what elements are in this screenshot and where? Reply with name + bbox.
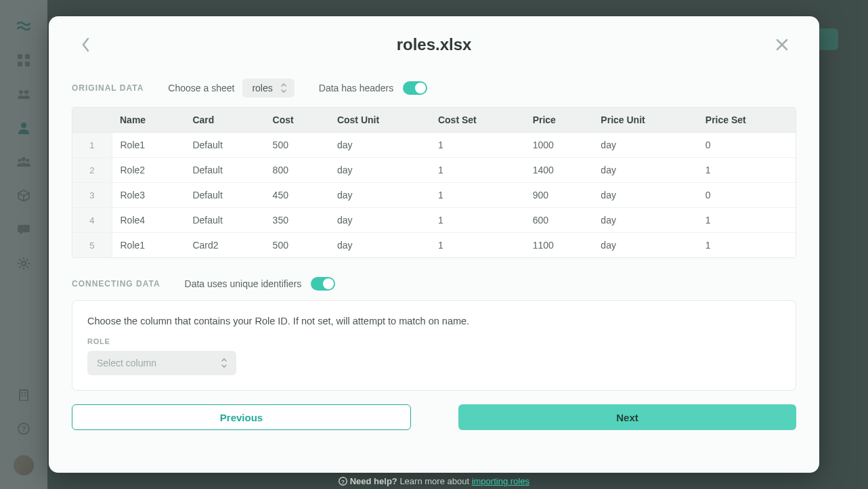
data-table: NameCardCostCost UnitCost SetPricePrice … bbox=[72, 107, 796, 258]
previous-button[interactable]: Previous bbox=[72, 404, 411, 430]
help-prefix: Need help? bbox=[350, 476, 397, 486]
role-id-panel: Choose the column that contains your Rol… bbox=[72, 300, 796, 391]
table-cell: 1 bbox=[430, 233, 525, 258]
table-cell: Default bbox=[184, 133, 264, 158]
section-label-connecting: CONNECTING DATA bbox=[72, 279, 160, 289]
table-row: 2Role2Default800day11400day1 bbox=[72, 158, 796, 183]
role-column-select[interactable]: Select column bbox=[87, 351, 236, 375]
rownum-header bbox=[72, 108, 112, 133]
help-bar: ? Need help? Learn more about importing … bbox=[0, 476, 868, 486]
help-text: Learn more about bbox=[397, 476, 472, 486]
modal-footer: Previous Next bbox=[72, 404, 796, 430]
table-cell: day bbox=[592, 158, 697, 183]
table-cell: 450 bbox=[265, 183, 329, 208]
column-header: Price Set bbox=[697, 108, 796, 133]
table-cell: 350 bbox=[265, 208, 329, 233]
table-cell: 1 bbox=[697, 233, 796, 258]
table-cell: Role2 bbox=[112, 158, 184, 183]
modal-header: roles.xlsx bbox=[72, 16, 796, 73]
unique-ids-toggle[interactable] bbox=[311, 277, 335, 291]
row-number: 2 bbox=[72, 158, 112, 183]
table-cell: 1 bbox=[697, 158, 796, 183]
headers-toggle[interactable] bbox=[403, 81, 427, 95]
table-cell: day bbox=[329, 183, 430, 208]
table-cell: 800 bbox=[265, 158, 329, 183]
table-cell: Role1 bbox=[112, 233, 184, 258]
table-row: 4Role4Default350day1600day1 bbox=[72, 208, 796, 233]
svg-text:?: ? bbox=[341, 479, 345, 485]
column-header: Price bbox=[525, 108, 593, 133]
table-cell: Default bbox=[184, 158, 264, 183]
table-cell: day bbox=[329, 233, 430, 258]
column-header: Cost Unit bbox=[329, 108, 430, 133]
next-button[interactable]: Next bbox=[458, 404, 796, 430]
choose-sheet-label: Choose a sheet bbox=[168, 83, 234, 93]
sheet-select[interactable]: roles bbox=[242, 79, 294, 98]
table-cell: 1000 bbox=[525, 133, 593, 158]
table-cell: Default bbox=[184, 183, 264, 208]
modal-title: roles.xlsx bbox=[397, 35, 472, 54]
table-cell: 1 bbox=[430, 183, 525, 208]
column-header: Cost Set bbox=[430, 108, 525, 133]
column-header: Name bbox=[112, 108, 184, 133]
table-cell: 1 bbox=[430, 208, 525, 233]
table-cell: 0 bbox=[697, 183, 796, 208]
sheet-select-value: roles bbox=[252, 83, 272, 93]
role-field-label: ROLE bbox=[87, 337, 781, 345]
table-row: 5Role1Card2500day11100day1 bbox=[72, 233, 796, 258]
table-cell: day bbox=[592, 183, 697, 208]
role-id-hint: Choose the column that contains your Rol… bbox=[87, 316, 781, 326]
help-circle-icon: ? bbox=[339, 477, 347, 486]
table-row: 3Role3Default450day1900day0 bbox=[72, 183, 796, 208]
close-button[interactable] bbox=[773, 36, 791, 54]
help-link[interactable]: importing roles bbox=[472, 476, 529, 486]
table-cell: Role4 bbox=[112, 208, 184, 233]
row-number: 4 bbox=[72, 208, 112, 233]
table-cell: Role1 bbox=[112, 133, 184, 158]
column-header: Price Unit bbox=[592, 108, 697, 133]
table-cell: 1 bbox=[697, 208, 796, 233]
connecting-data-section: CONNECTING DATA Data uses unique identif… bbox=[72, 277, 796, 391]
table-cell: 0 bbox=[697, 133, 796, 158]
row-number: 1 bbox=[72, 133, 112, 158]
row-number: 5 bbox=[72, 233, 112, 258]
table-cell: 1400 bbox=[525, 158, 593, 183]
table-cell: day bbox=[329, 158, 430, 183]
table-cell: 1100 bbox=[525, 233, 593, 258]
table-cell: day bbox=[329, 133, 430, 158]
column-header: Cost bbox=[265, 108, 329, 133]
table-cell: 600 bbox=[525, 208, 593, 233]
table-cell: Card2 bbox=[184, 233, 264, 258]
back-button[interactable] bbox=[77, 36, 95, 54]
table-cell: day bbox=[592, 133, 697, 158]
table-cell: 1 bbox=[430, 158, 525, 183]
table-cell: day bbox=[592, 233, 697, 258]
table-cell: 500 bbox=[265, 133, 329, 158]
table-row: 1Role1Default500day11000day0 bbox=[72, 133, 796, 158]
chevron-updown-icon bbox=[220, 358, 228, 368]
unique-ids-label: Data uses unique identifiers bbox=[185, 278, 302, 289]
chevron-updown-icon bbox=[280, 83, 288, 93]
role-column-placeholder: Select column bbox=[97, 358, 156, 368]
import-modal: roles.xlsx ORIGINAL DATA Choose a sheet … bbox=[49, 16, 819, 473]
table-cell: day bbox=[329, 208, 430, 233]
table-cell: Default bbox=[184, 208, 264, 233]
table-cell: Role3 bbox=[112, 183, 184, 208]
section-label-original: ORIGINAL DATA bbox=[72, 83, 144, 93]
table-cell: 500 bbox=[265, 233, 329, 258]
column-header: Card bbox=[184, 108, 264, 133]
row-number: 3 bbox=[72, 183, 112, 208]
headers-label: Data has headers bbox=[319, 83, 394, 93]
table-cell: day bbox=[592, 208, 697, 233]
original-data-controls: ORIGINAL DATA Choose a sheet roles Data … bbox=[72, 73, 796, 107]
table-cell: 900 bbox=[525, 183, 593, 208]
table-cell: 1 bbox=[430, 133, 525, 158]
